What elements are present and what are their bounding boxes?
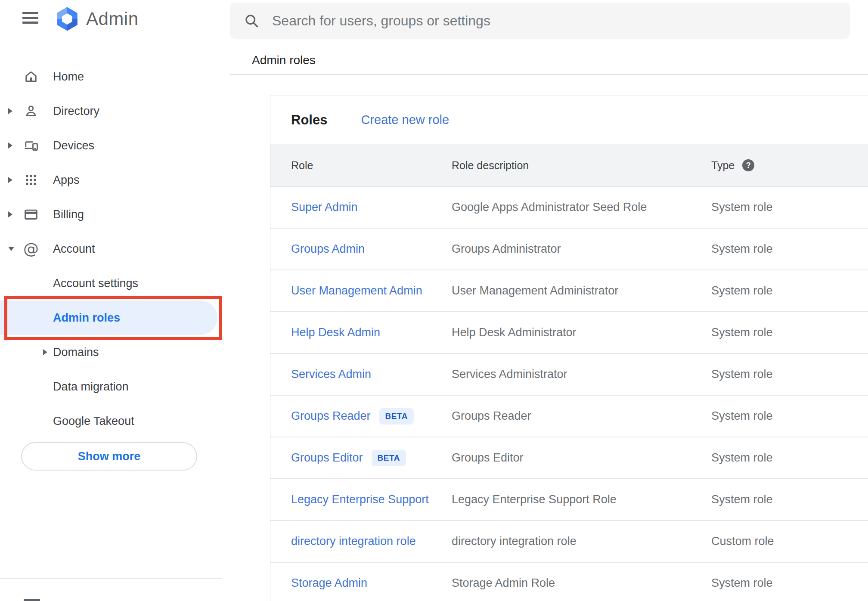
home-icon [24, 69, 38, 84]
table-row: Legacy Enterprise Support Legacy Enterpr… [270, 479, 868, 521]
table-row: Groups Admin Groups Administrator System… [270, 229, 868, 270]
chevron-right-icon [8, 108, 12, 114]
app-logo: Admin [54, 6, 139, 32]
sidebar: Admin Home Directory Devices Apps Billin… [0, 0, 222, 601]
role-type: System role [711, 201, 868, 214]
role-description: Groups Editor [452, 451, 711, 465]
sidebar-item-label: Devices [53, 139, 94, 152]
search-bar [230, 3, 850, 39]
sidebar-item-google-takeout[interactable]: Google Takeout [0, 404, 222, 438]
role-link[interactable]: Groups Editor [291, 451, 363, 465]
sidebar-nav: Home Directory Devices Apps Billing @ Ac… [0, 59, 222, 438]
table-row: Super Admin Google Apps Administrator Se… [270, 187, 868, 229]
sidebar-item-label: Admin roles [53, 311, 120, 325]
apps-grid-icon [24, 173, 38, 187]
role-link[interactable]: Groups Reader [291, 409, 371, 423]
table-row: Groups Editor BETA Groups Editor System … [270, 437, 868, 479]
search-input[interactable] [272, 13, 850, 29]
sidebar-item-label: Domains [53, 346, 99, 359]
roles-panel-header: Roles Create new role [270, 96, 868, 144]
role-description: Groups Administrator [452, 242, 711, 256]
role-description: Storage Admin Role [452, 576, 711, 590]
column-header-type-label: Type [711, 159, 735, 172]
column-header-role: Role [291, 159, 452, 172]
devices-icon [24, 138, 38, 153]
sidebar-item-admin-roles[interactable]: Admin roles [0, 300, 217, 335]
sidebar-item-label: Account [53, 242, 95, 256]
chevron-down-icon [8, 247, 14, 251]
create-new-role-link[interactable]: Create new role [361, 113, 449, 127]
sidebar-item-label: Google Takeout [53, 415, 134, 428]
sidebar-item-directory[interactable]: Directory [0, 94, 222, 128]
role-link[interactable]: Storage Admin [291, 576, 367, 590]
role-type: System role [711, 326, 868, 339]
column-header-type: Type ? [711, 159, 868, 172]
role-description: Google Apps Administrator Seed Role [452, 201, 711, 214]
sidebar-item-label: Home [53, 70, 84, 84]
sidebar-item-apps[interactable]: Apps [0, 163, 222, 197]
chevron-right-icon [43, 349, 47, 355]
header-divider [230, 74, 868, 75]
chevron-right-icon [8, 177, 12, 183]
admin-logo-icon [54, 6, 80, 32]
sidebar-item-home[interactable]: Home [0, 59, 222, 94]
sidebar-item-label: Apps [53, 173, 80, 187]
help-icon[interactable]: ? [742, 159, 754, 171]
role-link[interactable]: User Management Admin [291, 284, 422, 297]
search-icon [244, 13, 259, 28]
roles-table-body: Super Admin Google Apps Administrator Se… [270, 187, 868, 601]
column-header-role-description: Role description [452, 159, 711, 172]
sidebar-item-label: Data migration [53, 380, 129, 393]
sidebar-item-label: Account settings [53, 277, 138, 290]
chevron-right-icon [8, 143, 12, 149]
roles-panel: Roles Create new role Role Role descript… [270, 96, 868, 601]
table-row: Help Desk Admin Help Desk Administrator … [270, 312, 868, 354]
panel-title: Roles [291, 112, 327, 128]
beta-badge: BETA [372, 450, 406, 466]
role-link[interactable]: Help Desk Admin [291, 326, 380, 339]
role-link[interactable]: Super Admin [291, 201, 358, 214]
table-row: directory integration role directory int… [270, 521, 868, 563]
clipped-bottom-icon [24, 599, 40, 601]
role-link[interactable]: Services Admin [291, 368, 371, 381]
sidebar-item-label: Billing [53, 208, 84, 221]
show-more-button[interactable]: Show more [21, 442, 197, 471]
chevron-right-icon [8, 211, 12, 217]
at-icon: @ [24, 242, 38, 256]
role-type: Custom role [711, 535, 868, 548]
role-type: System role [711, 368, 868, 381]
person-icon [24, 104, 38, 118]
table-header-row: Role Role description Type ? [270, 144, 868, 187]
role-description: Services Administrator [452, 368, 711, 381]
role-type: System role [711, 284, 868, 297]
sidebar-item-devices[interactable]: Devices [0, 128, 222, 163]
beta-badge: BETA [379, 408, 414, 424]
sidebar-divider [0, 578, 222, 579]
role-description: Groups Reader [452, 409, 711, 423]
sidebar-item-label: Directory [53, 105, 99, 118]
role-type: System role [711, 409, 868, 423]
role-description: directory integration role [452, 535, 711, 548]
role-link[interactable]: directory integration role [291, 535, 416, 548]
table-row: Storage Admin Storage Admin Role System … [270, 563, 868, 601]
sidebar-item-account-settings[interactable]: Account settings [0, 266, 222, 300]
role-type: System role [711, 576, 868, 590]
sidebar-item-domains[interactable]: Domains [0, 335, 222, 369]
role-link[interactable]: Legacy Enterprise Support [291, 493, 429, 506]
role-description: User Management Administrator [452, 284, 711, 297]
role-type: System role [711, 451, 868, 465]
credit-card-icon [24, 207, 38, 222]
table-row: User Management Admin User Management Ad… [270, 270, 868, 312]
table-row: Services Admin Services Administrator Sy… [270, 354, 868, 396]
role-description: Legacy Enterprise Support Role [452, 493, 711, 506]
app-title: Admin [86, 9, 139, 29]
sidebar-item-data-migration[interactable]: Data migration [0, 369, 222, 404]
table-row: Groups Reader BETA Groups Reader System … [270, 396, 868, 437]
role-type: System role [711, 242, 868, 256]
role-type: System role [711, 493, 868, 506]
breadcrumb: Admin roles [252, 53, 316, 67]
sidebar-item-billing[interactable]: Billing [0, 197, 222, 232]
sidebar-item-account[interactable]: @ Account [0, 232, 222, 266]
menu-icon[interactable] [22, 12, 38, 24]
role-link[interactable]: Groups Admin [291, 242, 365, 256]
